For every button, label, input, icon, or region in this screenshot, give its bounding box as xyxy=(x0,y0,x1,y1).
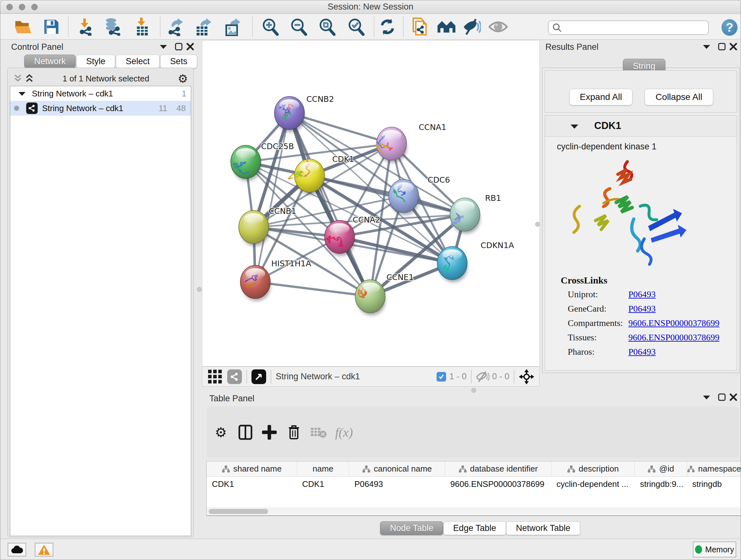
tab-sets[interactable]: Sets xyxy=(160,55,197,68)
results-panel-close-icon[interactable] xyxy=(729,43,738,51)
network-node-ccne1[interactable]: CCNE1 xyxy=(355,273,414,315)
cell-description[interactable]: cyclin-dependent ... xyxy=(551,477,635,492)
network-collection-row[interactable]: String Network – cdk1 1 xyxy=(10,86,191,101)
column-header-name[interactable]: name xyxy=(297,461,349,476)
zoom-selected-icon[interactable] xyxy=(347,18,365,36)
network-node-rb1[interactable]: RB1 xyxy=(450,193,501,234)
control-panel-close-icon[interactable] xyxy=(186,43,194,51)
network-node-ccna1[interactable]: CCNA1 xyxy=(377,123,447,163)
network-share-view-icon[interactable] xyxy=(227,369,242,384)
control-panel-menu-icon[interactable] xyxy=(159,44,167,50)
scrollbar-thumb[interactable] xyxy=(209,509,268,514)
results-panel-float-icon[interactable] xyxy=(718,43,726,51)
save-session-icon[interactable] xyxy=(43,18,60,35)
split-column-icon[interactable] xyxy=(239,425,253,440)
protein-section-header[interactable]: CDK1 xyxy=(545,116,737,137)
export-image-icon[interactable] xyxy=(224,17,242,36)
network-row-label: String Network – cdk1 xyxy=(42,104,123,113)
tab-node-table[interactable]: Node Table xyxy=(380,521,443,535)
home-icon[interactable] xyxy=(437,20,456,34)
horizontal-scrollbar[interactable] xyxy=(207,508,741,515)
control-panel-title: Control Panel xyxy=(11,42,64,52)
network-edge[interactable] xyxy=(289,113,392,144)
zoom-in-icon[interactable] xyxy=(261,18,279,36)
crosslink-tissues[interactable]: 9606.ENSP00000378699 xyxy=(628,332,719,347)
pan-mode-icon[interactable] xyxy=(519,369,534,384)
results-panel-menu-icon[interactable] xyxy=(702,44,711,50)
crosslink-uniprot[interactable]: P06493 xyxy=(628,289,656,304)
column-header-canonical-name[interactable]: canonical name xyxy=(349,461,445,476)
warnings-button[interactable] xyxy=(35,543,53,557)
cell-canonical-name[interactable]: P06493 xyxy=(349,477,445,492)
horizontal-splitter-handle[interactable] xyxy=(471,388,476,393)
refresh-icon[interactable] xyxy=(379,18,396,36)
copy-network-icon[interactable] xyxy=(411,17,428,36)
zoom-out-icon[interactable] xyxy=(290,18,308,36)
maximize-window-button[interactable] xyxy=(31,4,38,10)
network-node-cdkn1a[interactable]: CDKN1A xyxy=(437,241,514,282)
network-row[interactable]: String Network – cdk1 11 48 xyxy=(10,101,191,116)
cell-id[interactable]: stringdb:9... xyxy=(635,477,687,492)
column-header-shared-name[interactable]: shared name xyxy=(207,461,297,476)
cell-database-identifier[interactable]: 9606.ENSP00000378699 xyxy=(445,477,551,492)
delete-column-icon[interactable] xyxy=(287,425,300,440)
export-table-icon[interactable] xyxy=(195,17,212,36)
expand-all-icon[interactable] xyxy=(24,74,34,83)
add-column-icon[interactable] xyxy=(262,425,277,440)
network-canvas[interactable]: CCNB2CCNA1CDC25BCDK1CDC6RB1CCNB1CCNA2CDK… xyxy=(202,40,540,367)
crosslink-row: Pharos: P06493 xyxy=(568,347,734,361)
crosslink-compartments[interactable]: 9606.ENSP00000378699 xyxy=(628,318,719,332)
network-edge[interactable] xyxy=(255,282,370,296)
crosslink-genecard[interactable]: P06493 xyxy=(628,304,656,318)
expand-all-button[interactable]: Expand All xyxy=(569,89,632,105)
table-settings-gear-icon[interactable]: ⚙ xyxy=(215,425,227,440)
table-panel-close-icon[interactable] xyxy=(729,393,738,401)
import-table-from-file-icon[interactable] xyxy=(134,17,150,36)
tab-edge-table[interactable]: Edge Table xyxy=(443,521,506,535)
section-expander-icon[interactable] xyxy=(570,123,579,129)
selected-checkbox-icon[interactable] xyxy=(436,372,446,381)
cell-name[interactable]: CDK1 xyxy=(297,477,349,492)
birds-eye-view-icon[interactable] xyxy=(252,369,266,384)
network-node-hist1h1a[interactable]: HIST1H1A xyxy=(240,259,311,301)
tab-network-table[interactable]: Network Table xyxy=(506,521,581,535)
search-input[interactable] xyxy=(562,23,699,33)
column-header-database-identifier[interactable]: database identifier xyxy=(445,461,551,476)
hide-selected-icon[interactable] xyxy=(463,18,481,35)
cloud-button[interactable] xyxy=(8,543,26,557)
table-panel-menu-icon[interactable] xyxy=(702,394,711,400)
left-splitter-handle[interactable] xyxy=(197,287,202,292)
minimize-window-button[interactable] xyxy=(19,4,25,10)
column-header-id[interactable]: @id xyxy=(635,461,687,476)
network-view-toolbar: String Network – cdk1 1 - 0 0 - 0 xyxy=(202,367,540,387)
cell-shared-name[interactable]: CDK1 xyxy=(207,477,297,492)
close-window-button[interactable] xyxy=(6,4,13,10)
import-network-from-file-icon[interactable] xyxy=(76,18,94,36)
collapse-all-button[interactable]: Collapse All xyxy=(645,89,713,105)
cell-namespace[interactable]: stringdb xyxy=(687,477,741,492)
import-network-from-database-icon[interactable] xyxy=(104,18,122,36)
grid-view-icon[interactable] xyxy=(208,370,222,384)
zoom-fit-content-icon[interactable] xyxy=(318,18,336,36)
control-panel-float-icon[interactable] xyxy=(175,43,183,51)
tab-select[interactable]: Select xyxy=(116,55,159,68)
memory-button[interactable]: Memory xyxy=(693,542,736,557)
open-session-icon[interactable] xyxy=(14,18,32,35)
delete-table-icon[interactable] xyxy=(310,426,327,439)
gear-icon[interactable]: ⚙ xyxy=(178,72,188,85)
tab-network[interactable]: Network xyxy=(24,55,76,68)
hidden-eye-icon[interactable] xyxy=(476,371,489,382)
table-panel-tabs: Node Table Edge Table Network Table xyxy=(380,521,580,535)
column-header-description[interactable]: description xyxy=(551,461,635,476)
show-graphics-details-icon[interactable] xyxy=(488,20,508,34)
tree-expander-icon[interactable] xyxy=(18,91,26,97)
tab-style[interactable]: Style xyxy=(76,55,115,68)
collapse-all-icon[interactable] xyxy=(13,74,23,83)
function-builder-icon[interactable]: f(x) xyxy=(335,425,353,440)
export-network-icon[interactable] xyxy=(167,17,185,36)
column-header-namespace[interactable]: namespace xyxy=(687,461,741,476)
right-splitter-handle[interactable] xyxy=(535,222,540,227)
help-icon[interactable]: ? xyxy=(722,19,738,36)
table-panel-float-icon[interactable] xyxy=(718,393,726,401)
crosslink-pharos[interactable]: P06493 xyxy=(628,347,656,361)
